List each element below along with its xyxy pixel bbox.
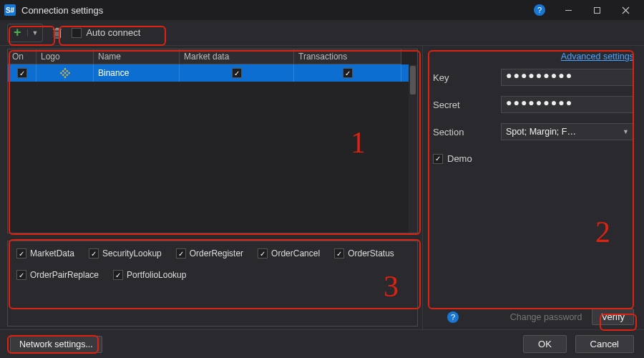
svg-rect-15 bbox=[62, 70, 64, 72]
svg-rect-13 bbox=[68, 72, 70, 74]
network-settings-button[interactable]: Network settings... bbox=[10, 336, 102, 353]
help-icon[interactable]: ? bbox=[534, 4, 545, 16]
col-on[interactable]: On bbox=[8, 49, 36, 64]
secret-label: Secret bbox=[433, 100, 501, 110]
feature-item[interactable]: PortfolioLookup bbox=[113, 270, 186, 280]
svg-rect-1 bbox=[594, 7, 600, 13]
col-transactions[interactable]: Transactions bbox=[294, 49, 401, 64]
properties-panel: Advanced settings Key ●●●●●●●●● Secret ●… bbox=[422, 46, 644, 329]
row-logo-cell bbox=[36, 64, 94, 82]
plus-icon: + bbox=[8, 25, 27, 40]
delete-connection-button[interactable] bbox=[47, 24, 67, 42]
col-logo[interactable]: Logo bbox=[36, 49, 94, 64]
window-title: Connection settings bbox=[21, 5, 534, 16]
grid-header: On Logo Name Market data Transactions bbox=[8, 49, 417, 64]
app-logo: S# bbox=[4, 4, 16, 16]
key-input[interactable]: ●●●●●●●●● bbox=[501, 69, 634, 86]
dialog-footer: Network settings... OK Cancel bbox=[0, 329, 644, 358]
binance-icon bbox=[59, 67, 72, 79]
annotation-number: 2 bbox=[595, 215, 610, 249]
cancel-button[interactable]: Cancel bbox=[575, 335, 634, 353]
advanced-settings-link[interactable]: Advanced settings bbox=[433, 52, 634, 62]
feature-item[interactable]: MarketData bbox=[16, 248, 74, 258]
grid-row[interactable]: Binance bbox=[8, 64, 417, 82]
row-transactions-checkbox[interactable] bbox=[343, 68, 353, 78]
add-connection-button[interactable]: + ▼ bbox=[7, 24, 43, 42]
ok-button[interactable]: OK bbox=[523, 335, 567, 353]
col-marketdata[interactable]: Market data bbox=[180, 49, 294, 64]
feature-item[interactable]: OrderCancel bbox=[258, 248, 320, 258]
svg-rect-17 bbox=[62, 74, 64, 76]
section-label: Section bbox=[433, 127, 501, 137]
svg-rect-11 bbox=[64, 76, 66, 78]
close-button[interactable] bbox=[611, 0, 640, 20]
auto-connect-label: Auto connect bbox=[86, 27, 140, 38]
row-marketdata-checkbox[interactable] bbox=[232, 68, 242, 78]
annotation-number: 3 bbox=[384, 269, 399, 304]
row-on-checkbox[interactable] bbox=[17, 68, 27, 78]
toolbar: + ▼ Auto connect bbox=[0, 20, 644, 46]
key-label: Key bbox=[433, 72, 501, 83]
features-panel: MarketData SecurityLookup OrderRegister … bbox=[7, 241, 418, 326]
chevron-down-icon: ▼ bbox=[623, 128, 629, 135]
svg-rect-16 bbox=[66, 70, 68, 72]
feature-item[interactable]: OrderPairReplace bbox=[16, 270, 99, 280]
feature-item[interactable]: OrderStatus bbox=[334, 248, 394, 258]
section-select[interactable]: Spot; Margin; F… ▼ bbox=[501, 123, 634, 140]
chevron-down-icon[interactable]: ▼ bbox=[27, 29, 43, 37]
grid-scrollbar[interactable] bbox=[409, 64, 417, 233]
row-name: Binance bbox=[94, 64, 180, 82]
maximize-button[interactable] bbox=[582, 0, 611, 20]
svg-rect-14 bbox=[64, 72, 66, 74]
svg-rect-18 bbox=[66, 74, 68, 76]
svg-rect-10 bbox=[64, 68, 66, 70]
auto-connect-checkbox[interactable] bbox=[72, 28, 82, 38]
auto-connect-toggle[interactable]: Auto connect bbox=[72, 24, 140, 42]
help-icon[interactable]: ? bbox=[447, 311, 459, 323]
col-name[interactable]: Name bbox=[94, 49, 180, 64]
demo-checkbox[interactable] bbox=[433, 154, 443, 164]
verify-button[interactable]: Verify bbox=[592, 309, 634, 325]
titlebar: S# Connection settings ? bbox=[0, 0, 644, 20]
secret-input[interactable]: ●●●●●●●●● bbox=[501, 96, 634, 113]
feature-item[interactable]: OrderRegister bbox=[176, 248, 243, 258]
demo-label: Demo bbox=[447, 153, 472, 164]
svg-rect-12 bbox=[59, 72, 62, 74]
demo-toggle[interactable]: Demo bbox=[433, 153, 634, 164]
feature-item[interactable]: SecurityLookup bbox=[89, 248, 162, 258]
annotation-number: 1 bbox=[351, 125, 366, 160]
change-password-link[interactable]: Change password bbox=[510, 312, 582, 322]
minimize-button[interactable] bbox=[554, 0, 582, 20]
